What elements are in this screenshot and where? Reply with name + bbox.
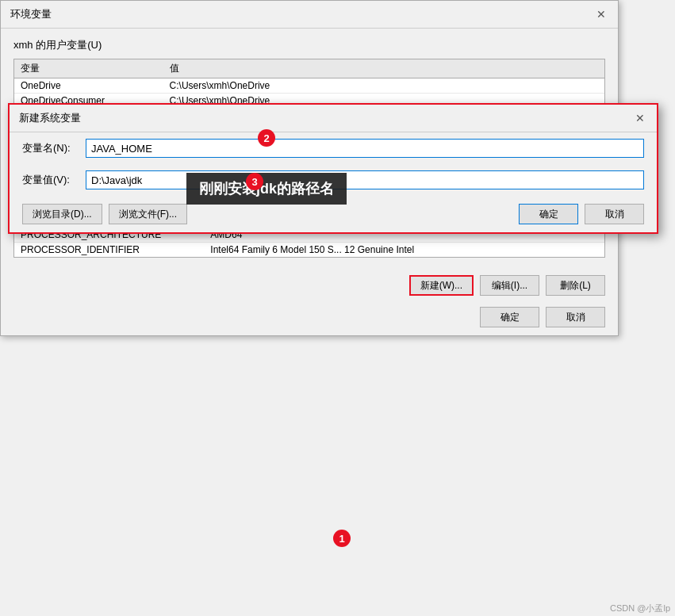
step-badge-2: 2 [258, 129, 275, 147]
user-var-name: OneDrive [14, 78, 163, 94]
watermark: CSDN @小孟lp [610, 603, 670, 614]
bg-dialog-buttons: 新建(W)... 编辑(I)... 删除(L) [1, 267, 618, 304]
user-var-value: C:\Users\xmh\OneDrive [163, 78, 604, 94]
bg-cancel-button[interactable]: 取消 [546, 307, 605, 327]
new-sys-cancel-button[interactable]: 取消 [585, 204, 644, 224]
new-sys-var-titlebar: 新建系统变量 ✕ [10, 105, 657, 132]
col-header-var: 变量 [14, 59, 163, 78]
sys-var-row[interactable]: PROCESSOR_IDENTIFIERIntel64 Family 6 Mod… [14, 243, 604, 258]
browse-buttons: 浏览目录(D)... 浏览文件(F)... [22, 204, 512, 224]
env-vars-titlebar: 环境变量 ✕ [1, 1, 618, 29]
var-value-input[interactable] [86, 170, 644, 189]
env-vars-close-button[interactable]: ✕ [594, 7, 608, 21]
delete-sys-var-button[interactable]: 删除(L) [546, 275, 605, 296]
browse-dir-button[interactable]: 浏览目录(D)... [22, 204, 102, 224]
edit-sys-var-button[interactable]: 编辑(I)... [480, 275, 539, 296]
sys-var-name: PROCESSOR_IDENTIFIER [14, 243, 204, 258]
step-badge-3: 3 [246, 173, 263, 190]
new-sys-ok-button[interactable]: 确定 [519, 204, 578, 224]
sys-var-value: Intel64 Family 6 Model 150 S... 12 Genui… [204, 243, 604, 258]
new-sys-var-dialog: 新建系统变量 ✕ 变量名(N): 变量值(V): 浏览目录(D)... 浏览文件… [8, 103, 658, 234]
bg-dialog-ok-cancel: 确定 取消 [1, 304, 618, 335]
new-sys-var-buttons: 浏览目录(D)... 浏览文件(F)... 确定 取消 [10, 196, 657, 232]
browse-file-button[interactable]: 浏览文件(F)... [109, 204, 187, 224]
ok-cancel-buttons: 确定 取消 [519, 204, 644, 224]
env-vars-title: 环境变量 [10, 7, 52, 21]
user-section-title: xmh 的用户变量(U) [13, 38, 605, 52]
var-name-label: 变量名(N): [22, 141, 78, 155]
step-badge-1: 1 [333, 530, 351, 547]
col-header-val: 值 [163, 59, 604, 78]
var-value-label: 变量值(V): [22, 173, 78, 187]
new-sys-var-button[interactable]: 新建(W)... [409, 275, 474, 296]
var-name-input[interactable] [86, 139, 644, 158]
user-var-row[interactable]: OneDriveC:\Users\xmh\OneDrive [14, 78, 604, 94]
new-sys-var-title: 新建系统变量 [19, 111, 81, 125]
var-name-row: 变量名(N): [10, 132, 657, 164]
bg-ok-button[interactable]: 确定 [480, 307, 539, 327]
var-value-row: 变量值(V): [10, 164, 657, 196]
new-sys-var-close-button[interactable]: ✕ [633, 111, 647, 125]
